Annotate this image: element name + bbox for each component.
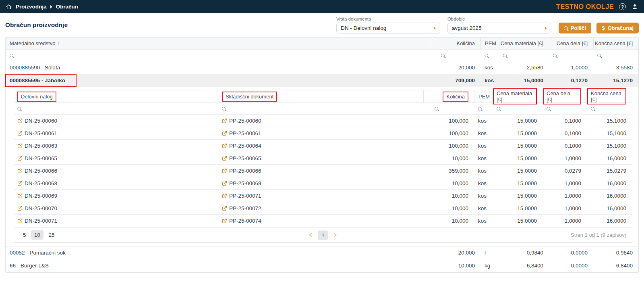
cell-cena-dela: 1,0000 xyxy=(543,177,587,189)
table-row-pomaracni-sok[interactable]: 00052 - Pomaračni sok 20,000 l 0,9840 0,… xyxy=(6,246,638,259)
filter-cena-dela[interactable] xyxy=(543,103,587,114)
work-order-link[interactable]: DN-25-00069 xyxy=(17,193,57,199)
filter-cena-materiala[interactable] xyxy=(493,103,543,114)
work-order-link[interactable]: DN-25-00068 xyxy=(17,180,57,186)
external-link-icon xyxy=(17,206,23,211)
header-pem[interactable]: PEM xyxy=(474,90,493,102)
cell-cena-materiala: 15,0000 xyxy=(499,74,549,87)
warehouse-doc-link[interactable]: PP-25-00066 xyxy=(222,168,261,174)
work-order-link[interactable]: DN-25-00071 xyxy=(17,218,57,224)
work-order-link[interactable]: DN-25-00066 xyxy=(17,168,57,174)
detail-row[interactable]: DN-25-00068 PP-25-00069 10,000 kos 15,00… xyxy=(14,177,632,190)
cell-kolicina: 100,000 xyxy=(431,140,474,152)
filter-cena-materiala[interactable] xyxy=(499,50,549,61)
filter-pem[interactable] xyxy=(474,103,493,114)
annotation-red-box: Delovni nalog xyxy=(17,92,56,102)
filter-materialno[interactable] xyxy=(6,50,430,61)
external-link-icon xyxy=(222,181,227,186)
detail-row[interactable]: DN-25-00063 PP-25-00064 100,000 kos 15,0… xyxy=(14,140,632,152)
detail-row[interactable]: DN-25-00069 PP-25-00071 10,000 kos 15,00… xyxy=(14,190,632,202)
document-type-select[interactable]: DN - Delovni nalog xyxy=(336,23,440,33)
cell-pem: kg xyxy=(480,259,499,272)
detail-row[interactable]: DN-25-00070 PP-25-00072 10,000 kos 15,00… xyxy=(14,202,632,215)
detail-row[interactable]: DN-25-00066 PP-25-00066 359,000 kos 15,0… xyxy=(14,165,632,177)
detail-row[interactable]: DN-25-00060 PP-25-00060 100,000 kos 15,0… xyxy=(14,115,632,127)
cell-koncna-cena: 16,0000 xyxy=(587,215,632,227)
filter-cena-dela[interactable] xyxy=(549,50,593,61)
filter-delovni-nalog[interactable] xyxy=(14,103,219,114)
search-icon xyxy=(222,107,226,111)
warehouse-doc-link[interactable]: PP-25-00072 xyxy=(222,205,261,211)
detail-row[interactable]: DN-25-00061 PP-25-00061 100,000 kos 15,0… xyxy=(14,127,632,140)
header-cena-materiala[interactable]: Cena materiala [€] xyxy=(499,38,549,49)
cell-kolicina: 20,000 xyxy=(437,246,480,259)
table-row-burger[interactable]: 66 - Burger L&S 10,000 kg 6,8400 0,0000 … xyxy=(6,259,638,272)
detail-row[interactable]: DN-25-00071 PP-25-00074 10,000 kos 15,00… xyxy=(14,215,632,227)
cell-spacer xyxy=(423,215,431,227)
work-order-link[interactable]: DN-25-00060 xyxy=(17,118,57,124)
warehouse-doc-link[interactable]: PP-25-00064 xyxy=(222,143,261,149)
work-order-link[interactable]: DN-25-00061 xyxy=(17,130,57,136)
warehouse-doc-link[interactable]: PP-25-00061 xyxy=(222,130,261,136)
header-pem[interactable]: PEM xyxy=(480,38,499,49)
cell-cena-dela: 0,0279 xyxy=(543,165,587,177)
header-kolicina[interactable]: Količina xyxy=(437,38,480,49)
search-icon xyxy=(497,107,500,111)
breadcrumb-obracun[interactable]: Obračun xyxy=(56,4,79,10)
home-icon[interactable] xyxy=(6,4,12,10)
warehouse-doc-label: PP-25-00066 xyxy=(229,168,261,174)
document-type-value: DN - Delovni nalog xyxy=(341,25,386,31)
search-button[interactable]: Poišči xyxy=(559,23,591,33)
header-materialno-sredstvo[interactable]: Materialno sredstvo ↑ xyxy=(6,38,430,49)
header-skladiscni-dokument[interactable]: Skladiščni dokument xyxy=(219,90,423,102)
next-page-icon[interactable] xyxy=(332,233,337,237)
header-koncna-cena[interactable]: Končna cena [€] xyxy=(593,38,638,49)
table-row-solata[interactable]: 0000885590 - Solata 20,000 kos 2,5580 1,… xyxy=(6,61,638,74)
work-order-link[interactable]: DN-25-00070 xyxy=(17,205,57,211)
header-koncna-cena[interactable]: Končna cena [€] xyxy=(587,90,632,102)
table-row-jabolko[interactable]: 0000885595 - Jabolko 709,000 kos 15,0000… xyxy=(6,74,638,87)
calculate-button[interactable]: $ Obračunaj xyxy=(596,23,639,33)
help-icon[interactable]: ? xyxy=(619,3,626,10)
detail-filter-row xyxy=(14,103,632,115)
prev-page-icon[interactable] xyxy=(309,233,314,237)
filter-skladiscni-dokument[interactable] xyxy=(219,103,423,114)
cell-pem: kos xyxy=(480,74,499,87)
page-size-25[interactable]: 25 xyxy=(46,230,58,240)
warehouse-doc-label: PP-25-00064 xyxy=(229,143,261,149)
filter-kolicina[interactable] xyxy=(431,103,474,114)
cell-cena-materiala: 2,5580 xyxy=(499,61,549,74)
filter-koncna-cena[interactable] xyxy=(593,50,638,61)
cell-kolicina: 10,000 xyxy=(431,177,474,189)
header-cena-dela[interactable]: Cena dela [€] xyxy=(543,90,587,102)
work-order-link[interactable]: DN-25-00063 xyxy=(17,143,57,149)
detail-row[interactable]: DN-25-00065 PP-25-00065 10,000 kos 15,00… xyxy=(14,152,632,165)
warehouse-doc-link[interactable]: PP-25-00060 xyxy=(222,118,261,124)
page-number[interactable]: 1 xyxy=(318,230,328,240)
warehouse-doc-link[interactable]: PP-25-00065 xyxy=(222,155,261,161)
work-order-link[interactable]: DN-25-00065 xyxy=(17,155,57,161)
detail-table-header: Delovni nalog Skladiščni dokument Količi… xyxy=(14,90,632,103)
header-cena-materiala[interactable]: Cena materiala [€] xyxy=(493,90,543,102)
page-size-10[interactable]: 10 xyxy=(31,230,43,240)
cell-koncna-cena: 15,1000 xyxy=(587,127,632,139)
filter-kolicina[interactable] xyxy=(437,50,480,61)
header-delovni-nalog[interactable]: Delovni nalog xyxy=(14,90,219,102)
period-select[interactable]: avgust 2025 xyxy=(447,23,551,33)
filter-koncna-cena[interactable] xyxy=(587,103,632,114)
filter-pem[interactable] xyxy=(480,50,499,61)
cell-cena-dela: 1,0000 xyxy=(543,215,587,227)
breadcrumb-proizvodnja[interactable]: Proizvodnja xyxy=(16,4,47,10)
warehouse-doc-link[interactable]: PP-25-00071 xyxy=(222,193,261,199)
header-kolicina[interactable]: Količina xyxy=(431,90,474,102)
cell-cena-materiala: 6,8400 xyxy=(499,259,549,272)
header-cena-dela[interactable]: Cena dela [€] xyxy=(549,38,593,49)
user-icon[interactable] xyxy=(631,3,638,10)
page-size-5[interactable]: 5 xyxy=(20,230,29,240)
document-type-field: Vrsta dokumenta DN - Delovni nalog xyxy=(336,17,440,33)
search-icon xyxy=(547,107,550,111)
main-table-header: Materialno sredstvo ↑ Količina PEM Cena … xyxy=(6,38,638,50)
warehouse-doc-link[interactable]: PP-25-00074 xyxy=(222,218,261,224)
work-order-label: DN-25-00060 xyxy=(25,118,57,124)
warehouse-doc-link[interactable]: PP-25-00069 xyxy=(222,180,261,186)
